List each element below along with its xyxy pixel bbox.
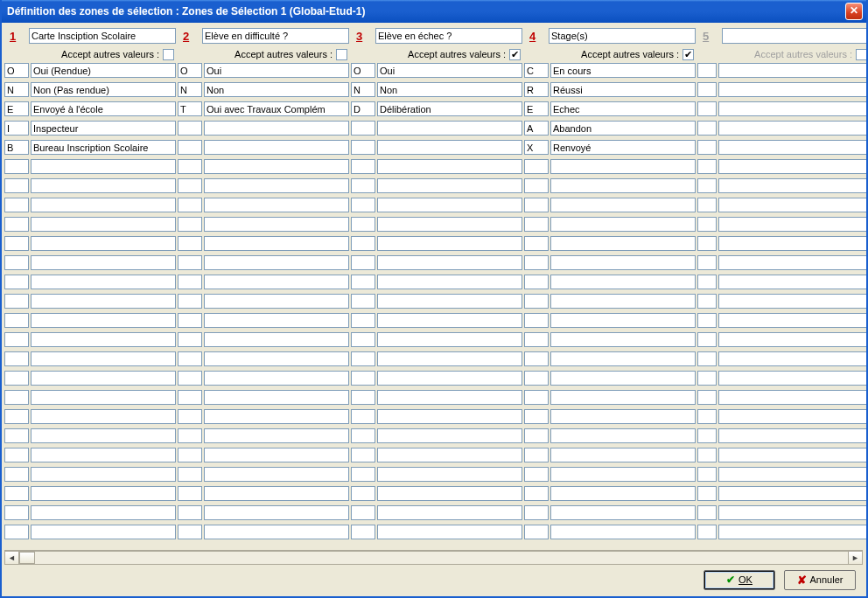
label-input[interactable] [31,82,176,97]
label-input[interactable] [550,217,696,232]
label-input[interactable] [718,217,866,232]
label-input[interactable] [204,428,349,443]
label-input[interactable] [31,217,176,232]
close-button[interactable]: ✕ [845,3,863,20]
code-input[interactable] [351,178,375,193]
label-input[interactable] [204,409,349,424]
label-input[interactable] [204,236,349,251]
label-input[interactable] [204,101,349,116]
label-input[interactable] [377,101,522,116]
label-input[interactable] [377,236,522,251]
code-input[interactable] [178,275,202,289]
code-input[interactable] [4,448,29,462]
label-input[interactable] [718,371,866,386]
code-input[interactable] [351,448,375,462]
code-input[interactable] [351,390,375,405]
label-input[interactable] [204,467,349,482]
code-input[interactable] [524,390,549,405]
label-input[interactable] [550,448,696,462]
code-input[interactable] [697,236,717,251]
code-input[interactable] [351,63,375,78]
code-input[interactable] [4,101,29,116]
code-input[interactable] [697,101,717,116]
label-input[interactable] [204,121,349,136]
code-input[interactable] [351,428,375,443]
code-input[interactable] [178,525,202,539]
code-input[interactable] [697,198,717,212]
code-input[interactable] [524,82,549,97]
code-input[interactable] [351,101,375,116]
label-input[interactable] [204,275,349,289]
label-input[interactable] [377,255,522,270]
code-input[interactable] [4,198,29,212]
code-input[interactable] [697,82,717,97]
code-input[interactable] [524,198,549,212]
label-input[interactable] [550,409,696,424]
label-input[interactable] [550,525,696,539]
label-input[interactable] [204,390,349,405]
zone-name-input[interactable] [29,28,176,44]
code-input[interactable] [4,525,29,539]
label-input[interactable] [718,467,866,482]
label-input[interactable] [718,178,866,193]
code-input[interactable] [178,159,202,174]
label-input[interactable] [550,63,696,78]
code-input[interactable] [4,236,29,251]
code-input[interactable] [4,390,29,405]
code-input[interactable] [178,428,202,443]
code-input[interactable] [524,101,549,116]
horizontal-scrollbar[interactable]: ◄ ► [4,550,863,565]
code-input[interactable] [178,486,202,501]
code-input[interactable] [697,525,717,539]
accept-checkbox[interactable]: ✔ [509,49,521,60]
code-input[interactable] [697,486,717,501]
accept-checkbox[interactable]: ✔ [682,49,694,60]
label-input[interactable] [204,217,349,232]
code-input[interactable] [697,448,717,462]
code-input[interactable] [178,409,202,424]
code-input[interactable] [524,313,549,328]
zone-name-input[interactable] [202,28,349,44]
label-input[interactable] [31,409,176,424]
label-input[interactable] [718,198,866,212]
label-input[interactable] [550,255,696,270]
label-input[interactable] [31,371,176,386]
label-input[interactable] [718,159,866,174]
code-input[interactable] [697,121,717,136]
code-input[interactable] [4,159,29,174]
label-input[interactable] [31,525,176,539]
code-input[interactable] [4,313,29,328]
label-input[interactable] [550,428,696,443]
label-input[interactable] [718,63,866,78]
label-input[interactable] [204,159,349,174]
code-input[interactable] [697,294,717,309]
label-input[interactable] [718,448,866,462]
label-input[interactable] [550,332,696,347]
label-input[interactable] [550,371,696,386]
label-input[interactable] [204,486,349,501]
code-input[interactable] [4,217,29,232]
code-input[interactable] [178,198,202,212]
code-input[interactable] [178,140,202,155]
code-input[interactable] [4,332,29,347]
code-input[interactable] [178,351,202,366]
label-input[interactable] [550,101,696,116]
code-input[interactable] [697,255,717,270]
code-input[interactable] [351,467,375,482]
label-input[interactable] [550,236,696,251]
code-input[interactable] [351,255,375,270]
code-input[interactable] [178,505,202,520]
accept-checkbox[interactable] [163,49,174,60]
label-input[interactable] [31,159,176,174]
label-input[interactable] [31,198,176,212]
scroll-left-button[interactable]: ◄ [4,551,19,565]
label-input[interactable] [377,332,522,347]
code-input[interactable] [697,178,717,193]
label-input[interactable] [718,313,866,328]
label-input[interactable] [718,505,866,520]
label-input[interactable] [204,313,349,328]
code-input[interactable] [351,82,375,97]
code-input[interactable] [524,371,549,386]
code-input[interactable] [351,332,375,347]
code-input[interactable] [697,332,717,347]
